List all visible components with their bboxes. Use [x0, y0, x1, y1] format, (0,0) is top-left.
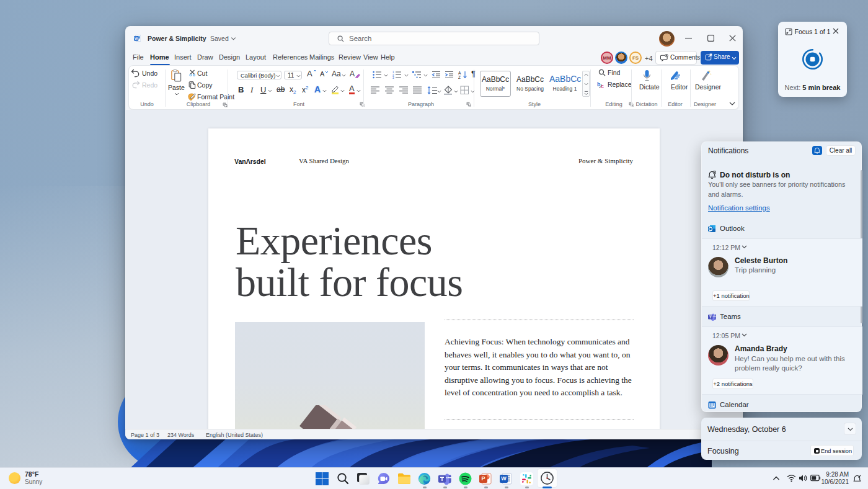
svg-text:P: P — [481, 475, 485, 482]
svg-text:A: A — [458, 71, 461, 75]
svg-text:W: W — [135, 37, 138, 40]
svg-text:3: 3 — [392, 76, 394, 79]
svg-text:Z: Z — [458, 75, 461, 79]
svg-text:W: W — [501, 475, 507, 482]
